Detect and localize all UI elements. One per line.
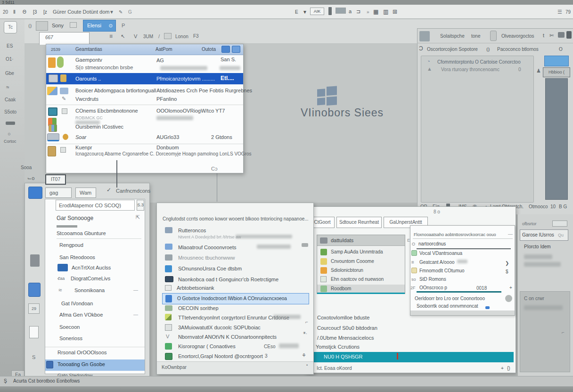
monitor-icon[interactable] — [336, 8, 346, 14]
tab-sony[interactable]: Sony — [52, 23, 64, 28]
tabs-item-2[interactable]: Sdiolonicbtorun — [331, 268, 363, 273]
rp-camera-icon[interactable] — [558, 32, 565, 38]
rail-page-icon[interactable] — [29, 326, 39, 338]
sidebar-item-es[interactable]: ES — [7, 43, 13, 49]
settings-item-6[interactable]: Gat IVondoan — [61, 301, 93, 306]
config-label[interactable]: Canfncmdcons — [116, 188, 150, 194]
sidebar-item-o1[interactable]: O1· — [6, 57, 14, 62]
settings-item-3[interactable]: AcnTrtXot Auclss — [72, 265, 111, 270]
dropdown-col-name[interactable]: Geamtantias — [75, 47, 102, 52]
center-item2-3[interactable]: Nbornvatof ANOtVN K COsnartoonnpitects — [178, 334, 277, 340]
brush-icon[interactable] — [6, 122, 15, 125]
rail-29-icon[interactable]: 29 — [28, 303, 40, 314]
detail-row-4[interactable]: OOnscroco p — [419, 285, 447, 290]
swirl-icon[interactable]: ≈ — [6, 84, 9, 90]
settings-item-10[interactable]: Rrsonal OrOOOlsoos — [57, 350, 107, 355]
dropdown-row-g-name[interactable]: Soar — [75, 134, 86, 140]
center-item-4[interactable]: Naonkobca oad t Gonguincr'cb Roetrctigme — [178, 277, 278, 282]
rp-dark-square[interactable] — [566, 31, 572, 39]
vee-icon[interactable]: V — [134, 33, 137, 39]
tabs-list-header[interactable] — [317, 235, 405, 246]
rp-row2-a[interactable]: Oscortorcojion Sopotore — [427, 47, 478, 52]
rows-icon[interactable]: ▥ — [383, 8, 388, 15]
mini-field[interactable]: 667 — [45, 35, 53, 40]
settings-item-8[interactable]: Soecoon — [59, 324, 80, 330]
tabs-footer-brackets[interactable]: {) — [507, 366, 510, 371]
app-icon-3[interactable]: Θ — [23, 9, 26, 15]
right-col-top-box[interactable] — [552, 220, 567, 227]
settings-search-input[interactable] — [56, 200, 135, 211]
rail-s-icon[interactable]: S — [32, 354, 35, 360]
warn-button[interactable]: Wam — [75, 188, 96, 198]
center-item2-4[interactable]: Kisrorognar ( Conaotives — [178, 343, 236, 349]
rp-row2-c[interactable]: O — [559, 47, 563, 52]
detail-row-2[interactable]: Fmnomodlt COtumuo — [419, 268, 465, 273]
detail-row-4-plus[interactable]: + — [509, 285, 512, 290]
tabs-footer-plus[interactable]: + — [501, 366, 504, 371]
detail-foot2[interactable]: Sooborrtk ocad onnvmnoncat — [417, 303, 478, 309]
frame-icon[interactable]: ⊐ — [356, 8, 360, 15]
dropdown-row-h-name[interactable]: Kuenpr — [75, 145, 92, 150]
app-icon-1[interactable]: 20 — [3, 9, 8, 15]
detail-row-1-arrow[interactable]: ❯ — [505, 261, 509, 266]
settings-sort-icon[interactable]: ⇱ — [136, 214, 140, 220]
app-icon-2[interactable]: Ⅱ — [13, 9, 16, 15]
checkbox-e[interactable] — [62, 108, 67, 114]
toolbar-filter2-icon[interactable]: ▼ — [303, 9, 307, 15]
dropdown-row-f-name[interactable]: Oursbemin ICostivec — [75, 124, 123, 130]
curve-icon[interactable]: a — [349, 8, 352, 14]
dropdown-row-c-name[interactable]: Booicer Abdomgpaca brtlortonguall — [75, 88, 156, 93]
sidebar-item-gbe[interactable]: Gbe — [5, 71, 14, 76]
settings-item-4[interactable]: DiogratComeLivs — [71, 276, 110, 281]
box-icon[interactable]: ⊞ — [393, 8, 397, 15]
globe-icon[interactable]: G — [128, 9, 132, 15]
stamp-icon[interactable]: ⦅⦆ — [28, 23, 32, 29]
center-item-2[interactable]: Mrousneoc tbuchonwww — [178, 255, 235, 261]
sidebar-item-cortoc[interactable]: Cortoc — [4, 139, 16, 144]
mini-label-lonon[interactable]: Lonon — [175, 34, 188, 39]
rp-tool-c[interactable]: Olveavorgoctos — [501, 33, 534, 39]
tab-button-2[interactable]: Sdtouce Reurrheat — [336, 217, 382, 228]
center-item-1[interactable]: Mlaoatrouf Coooonvroets — [178, 245, 237, 250]
settings-badge-box[interactable]: gag — [45, 188, 72, 198]
rp-row2-b[interactable]: Pacoconco btlornos — [497, 47, 539, 52]
app-icon-4[interactable]: [3 — [33, 9, 37, 15]
right-col-item[interactable]: PIorcto Idem — [524, 244, 551, 249]
rp-side-label-box[interactable]: Hbbioo ( — [543, 67, 570, 77]
settings-item-1[interactable]: Rengpoud — [59, 242, 83, 248]
tray-icon[interactable] — [164, 33, 172, 39]
taskbar-icon[interactable]: Ş — [4, 378, 7, 384]
settings-item-5[interactable]: Sononikoana — [74, 287, 105, 293]
tabs-lower-2[interactable]: /.0Ubme Mrensacicelocs — [317, 335, 374, 341]
tabs-lower-0[interactable]: Coxotovlomlloe bduste — [317, 315, 369, 320]
dropdown-row-d-name[interactable]: Vwcrdruts — [75, 96, 98, 102]
tab-elensi[interactable]: Elensi⊙ — [83, 20, 116, 32]
folder-icon[interactable] — [70, 22, 77, 28]
cursor-icon[interactable]: ↖ — [121, 33, 125, 40]
tabs-item-0[interactable]: Samp AuAda Unnmtrada — [331, 249, 383, 254]
center-item2-1[interactable]: TTtetvendcyonInrt corgyrtorcl Enruntur C… — [178, 315, 289, 320]
tabs-lower-1[interactable]: Courcoucf S0u0 bitdodran — [317, 325, 377, 331]
dropdown-row-e-name[interactable]: COnems Ebcbmbnotonone — [75, 108, 138, 114]
detail-row-0[interactable]: Vocal VDantrsoanua — [419, 251, 462, 256]
center-item2-5[interactable]: Enortorcl,Grapl Nootord @ocntrgoort — [178, 353, 263, 359]
sidebar-item-ssoto[interactable]: S5oto — [4, 109, 16, 114]
toolbar-e-icon[interactable]: E — [295, 9, 298, 15]
detail-search[interactable]: Floxnooaatsaho aobtnttosrovckoorcac oouo — [414, 232, 496, 237]
aik-button[interactable]: AIK — [310, 8, 324, 15]
lines-icon[interactable]: ☰ — [557, 9, 562, 15]
dropdown-row-a-name[interactable]: Gaempontv — [75, 57, 102, 63]
mini-label-3um[interactable]: 3UM — [143, 34, 153, 39]
settings-item-7[interactable]: Afma Gen VOkboe — [59, 312, 103, 318]
settings-app-icon[interactable] — [28, 187, 42, 199]
pencil-icon[interactable]: ✎ — [119, 9, 123, 15]
menu-icon[interactable]: ≡ — [109, 33, 113, 40]
detail-foot1[interactable]: Oerldoorr bro Lro oor Coonortooo — [415, 296, 485, 301]
tab-close-icon[interactable]: ⊙ — [109, 20, 113, 31]
printer-icon[interactable] — [36, 21, 48, 31]
chevrons-icon[interactable]: » — [367, 9, 369, 15]
center-item-3[interactable]: SOnunsnoUrsra Coe dtsbm — [178, 266, 242, 271]
dropdown-col-2[interactable]: AatPom — [156, 47, 172, 52]
settings-item-2[interactable]: San Rteodooos — [59, 254, 95, 260]
tabs-lower-3[interactable]: Yomstjck Ccrutions — [316, 344, 360, 350]
